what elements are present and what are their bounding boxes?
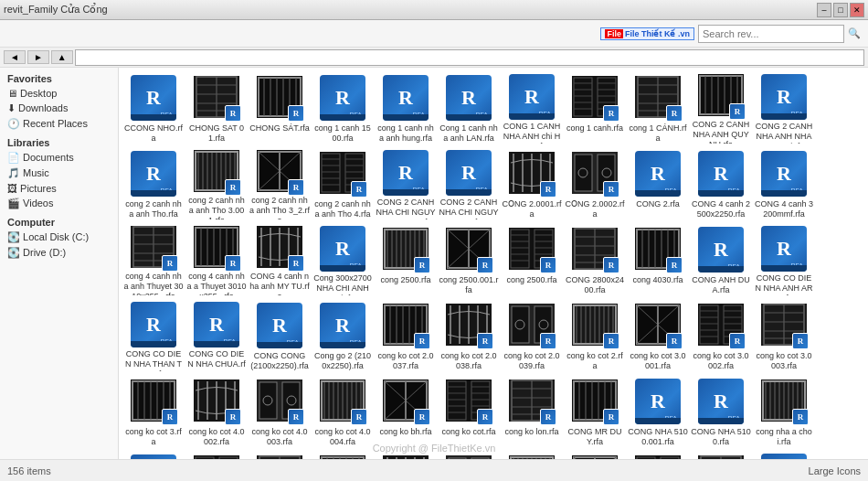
- list-item[interactable]: Rcong ko lon.rfa: [501, 375, 563, 450]
- file-name: cong 1 CÁNH.rfa: [628, 123, 688, 144]
- title-controls[interactable]: – □ ✕: [817, 3, 864, 17]
- up-button[interactable]: ▲: [51, 50, 73, 64]
- list-item[interactable]: R RFA CONG NHA 5100.rfa: [690, 375, 752, 450]
- file-name: cong 2 canh nha anh Tho 3.001.rfa: [186, 196, 247, 219]
- list-item[interactable]: R RFA CCONG NHO.rfa: [122, 71, 185, 146]
- list-item[interactable]: Rcong ko cot 2.rfa: [564, 299, 626, 374]
- list-item[interactable]: Rcong nha a s222222222 222.rfa: [312, 451, 374, 459]
- list-item[interactable]: Rcong ko cot 4.0002.rfa: [185, 375, 248, 450]
- list-item[interactable]: Rcong ko cot 3.0001.rfa: [627, 299, 689, 374]
- back-button[interactable]: ◄: [4, 50, 26, 64]
- list-item[interactable]: RCONG 4 canh nha anh MY TU.rfa: [249, 223, 311, 298]
- forward-button[interactable]: ►: [27, 50, 49, 64]
- list-item[interactable]: Rcong 2 canh nha anh Tho 3_2.rfa: [249, 147, 311, 222]
- list-item[interactable]: Rcong 1 canh.rfa: [564, 71, 626, 146]
- search-icon[interactable]: 🔍: [848, 27, 861, 39]
- list-item[interactable]: RCHONG SÁT.rfa: [249, 71, 311, 146]
- file-name: Cong 300x2700 NHA CHI ANH Hai.rfa: [312, 273, 373, 295]
- list-item[interactable]: R RFA Cong go 2 (2100x2250).rfa: [312, 299, 374, 374]
- list-item[interactable]: R RFA Cong 300x2700 NHA CHI ANH Hai.rfa: [312, 223, 374, 298]
- sidebar-local-disk[interactable]: 💽 Local Disk (C:): [4, 230, 114, 245]
- list-item[interactable]: Rcong ko cot.rfa: [438, 375, 500, 450]
- file-name: cong 2500.001.rfa: [439, 275, 499, 295]
- list-item[interactable]: R RFA CONG 2 CANH NHA CHI NGUYET...rfa: [438, 147, 500, 222]
- list-item[interactable]: RCONG MR DUY.rfa: [564, 375, 626, 450]
- list-item[interactable]: R RFA cong 1 canh 1500.rfa: [312, 71, 374, 146]
- list-item[interactable]: Rcong 2500.rfa: [501, 223, 563, 298]
- list-item[interactable]: R RFA CONG ANH DUA.rfa: [690, 223, 752, 298]
- file-name: cong 2500.rfa: [502, 275, 562, 285]
- list-item[interactable]: R RFA CONG 2 CANH NHA ANH NHA CHI Hai.rf…: [753, 71, 815, 146]
- sidebar-videos[interactable]: 🎬 Videos: [4, 196, 114, 211]
- list-item[interactable]: RCong nha anh hung q2 1.rfa: [690, 451, 752, 459]
- file-name: cong ko cot 2.0037.rfa: [376, 351, 436, 371]
- list-item[interactable]: R RFA CONG CONG (2100x2250).rfa: [249, 299, 311, 374]
- list-item[interactable]: RCỐNG 2.0002.rfa: [564, 147, 626, 222]
- list-item[interactable]: R RFA CONG 4 canh 2500x2250.rfa: [690, 147, 752, 222]
- list-item[interactable]: Rcong ko cot 2.0038.rfa: [438, 299, 500, 374]
- list-item[interactable]: R RFA CONG NHA A DU PA2.rfa: [122, 451, 185, 459]
- list-item[interactable]: R RFA CONG NHA 5100.001.rfa: [627, 375, 689, 450]
- list-item[interactable]: Rcong ko cot 4.0004.rfa: [312, 375, 374, 450]
- list-item[interactable]: RCong nha anh hung.rfa: [627, 451, 689, 459]
- list-item[interactable]: Rcong 4 canh nha anh Thuyet 3010x255...r…: [122, 223, 185, 298]
- list-item[interactable]: Rcong ko cot 2.0037.rfa: [375, 299, 437, 374]
- close-button[interactable]: ✕: [850, 3, 864, 17]
- file-name: CONG MR DUY.rfa: [565, 427, 625, 447]
- list-item[interactable]: RCONG 2800x2400.rfa: [564, 223, 626, 298]
- file-name: CONG CO DIEN NHA THAN THO.rfa: [123, 349, 184, 371]
- list-item[interactable]: R RFA CONG 1 CANH NHA ANH chi Huong.rfa: [501, 71, 563, 146]
- list-item[interactable]: Rcong nha a s.rfa: [185, 451, 248, 459]
- sidebar-pictures[interactable]: 🖼 Pictures: [4, 181, 114, 196]
- list-item[interactable]: R RFA CONG 2.rfa: [627, 147, 689, 222]
- list-item[interactable]: RCHONG SAT 01.rfa: [185, 71, 248, 146]
- list-item[interactable]: R RFA Cong 1 canh nha anh LAN.rfa: [438, 71, 500, 146]
- list-item[interactable]: R RFA CONG CO DIEN NHA THAN THO.rfa: [122, 299, 185, 374]
- file-name: cong ko cot 3.0002.rfa: [691, 351, 751, 371]
- minimize-button[interactable]: –: [817, 3, 831, 17]
- list-item[interactable]: RCỐNG 2.0001.rfa: [501, 147, 563, 222]
- address-bar[interactable]: revit_Family Cửa Cổng: [75, 49, 864, 66]
- list-item[interactable]: Rcong nha a swww.rfa: [564, 451, 626, 459]
- file-name: cong 1 canh.rfa: [565, 123, 625, 134]
- maximize-button[interactable]: □: [833, 3, 848, 17]
- sidebar-drive-d[interactable]: 💽 Drive (D:): [4, 245, 114, 261]
- list-item[interactable]: Rcong 4 canh nha a Thuyet 3010x255...rfa: [185, 223, 248, 298]
- sidebar-recent[interactable]: 🕐 Recent Places: [4, 116, 114, 132]
- list-item[interactable]: R RFA CONG 4 canh 3200mmf.rfa: [753, 147, 815, 222]
- sidebar-desktop[interactable]: 🖥 Desktop: [4, 86, 114, 101]
- sidebar-downloads[interactable]: ⬇ Downloads: [4, 101, 114, 116]
- list-item[interactable]: RCONG 2 CANH NHA ANH QUYNH.rfa: [690, 71, 752, 146]
- list-item[interactable]: R RFA CONG CO DIEN NHA CHUA.rfa: [185, 299, 248, 374]
- list-item[interactable]: Rcong 2500.rfa: [375, 223, 437, 298]
- list-item[interactable]: Rcong 2 canh nha anh Tho 4.rfa: [312, 147, 374, 222]
- file-name: cong ko cot 2.rfa: [565, 351, 625, 371]
- list-item[interactable]: Rcong nha a s1.rfa: [249, 451, 311, 459]
- list-item[interactable]: Rcong nha a swww.0001.rfa: [375, 451, 437, 459]
- list-item[interactable]: Rcong ko cot 4.0003.rfa: [249, 375, 311, 450]
- list-item[interactable]: Rcong 1 CÁNH.rfa: [627, 71, 689, 146]
- list-item[interactable]: R RFA cong 2 canh nha anh Tho.rfa: [122, 147, 185, 222]
- file-name: cong 2 canh nha anh Tho.rfa: [123, 199, 184, 219]
- list-item[interactable]: Rcong nha a choi.rfa: [753, 375, 815, 450]
- file-name: CONG NHA 5100.rfa: [691, 427, 751, 447]
- list-item[interactable]: Rcong 2500.001.rfa: [438, 223, 500, 298]
- list-item[interactable]: R RFA CONG 2 CANH NHA CHI NGUYEN TUOI 2.…: [375, 147, 437, 222]
- sidebar-documents[interactable]: 📄 Documents: [4, 150, 114, 166]
- list-item[interactable]: Rcong nha a swww.0002.rfa: [438, 451, 500, 459]
- list-item[interactable]: Rcong ko cot 2.0039.rfa: [501, 299, 563, 374]
- list-item[interactable]: R RFA CONG CO DIEN NHA ANH ARC.rfa: [753, 223, 815, 298]
- list-item[interactable]: R RFA CONG NHA ANH - PA KHOI - PA 2.0001…: [753, 451, 815, 459]
- list-item[interactable]: R RFA cong 1 canh nha anh hung.rfa: [375, 71, 437, 146]
- list-item[interactable]: Rcong nha a swww.0003.rfa: [501, 451, 563, 459]
- logo-text: File File Thiết Kế .vn: [605, 29, 690, 38]
- list-item[interactable]: Rcong ko cot 3.0002.rfa: [690, 299, 752, 374]
- file-name: cong ko cot 4.0003.rfa: [249, 427, 310, 447]
- list-item[interactable]: Rcong ko bh.rfa: [375, 375, 437, 450]
- list-item[interactable]: Rcong 2 canh nha anh Tho 3.001.rfa: [185, 147, 248, 222]
- list-item[interactable]: Rcong ko cot 3.rfa: [122, 375, 185, 450]
- list-item[interactable]: Rcong ko cot 3.0003.rfa: [753, 299, 815, 374]
- list-item[interactable]: Rcong 4030.rfa: [627, 223, 689, 298]
- search-input[interactable]: [698, 25, 844, 43]
- sidebar-music[interactable]: 🎵 Music: [4, 166, 114, 181]
